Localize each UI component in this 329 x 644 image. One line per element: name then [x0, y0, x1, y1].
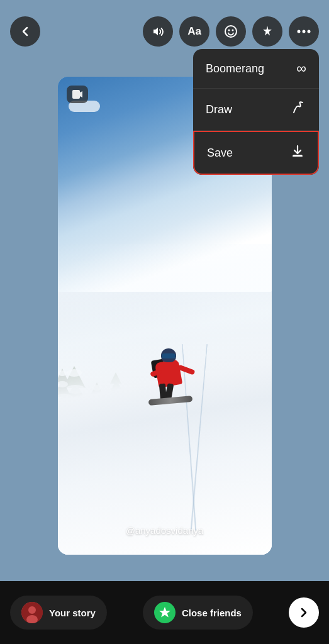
back-button[interactable]: [10, 16, 40, 47]
svg-rect-6: [293, 155, 302, 157]
top-toolbar: Aa: [0, 0, 329, 50]
svg-point-4: [303, 30, 306, 33]
next-button[interactable]: [289, 597, 319, 628]
draw-label: Draw: [206, 103, 232, 116]
close-friends-label: Close friends: [182, 608, 242, 618]
effects-button[interactable]: [252, 16, 282, 47]
username-text: @anyadosvidanya: [126, 525, 204, 536]
svg-rect-7: [72, 90, 80, 99]
draw-icon: [291, 100, 306, 119]
more-button[interactable]: [289, 16, 319, 47]
save-icon: [290, 143, 305, 162]
sound-button[interactable]: [143, 16, 173, 47]
svg-point-2: [232, 30, 234, 31]
your-story-button[interactable]: Your story: [10, 596, 107, 630]
boomerang-menu-item[interactable]: Boomerang ∞: [193, 49, 319, 89]
svg-point-1: [228, 30, 230, 31]
username-label: @anyadosvidanya: [58, 525, 272, 536]
save-label: Save: [207, 147, 233, 160]
close-friends-button[interactable]: Close friends: [143, 596, 253, 630]
boomerang-icon: ∞: [296, 60, 306, 77]
text-icon: Aa: [187, 25, 201, 38]
save-menu-item[interactable]: Save: [193, 131, 319, 175]
text-button[interactable]: Aa: [179, 16, 209, 47]
draw-menu-item[interactable]: Draw: [193, 89, 319, 131]
boomerang-label: Boomerang: [206, 62, 264, 75]
svg-point-3: [298, 30, 301, 33]
video-indicator: [67, 86, 88, 103]
toolbar-right: Aa: [143, 16, 319, 47]
your-story-label: Your story: [49, 608, 96, 618]
snowboarder-figure: [147, 348, 198, 411]
dropdown-menu: Boomerang ∞ Draw Save: [193, 49, 319, 175]
sticker-button[interactable]: [216, 16, 246, 47]
bottom-bar: Your story Close friends: [0, 581, 329, 644]
green-star-icon: [154, 602, 176, 623]
svg-point-5: [308, 30, 311, 33]
svg-point-9: [28, 606, 36, 614]
avatar: [21, 602, 43, 623]
